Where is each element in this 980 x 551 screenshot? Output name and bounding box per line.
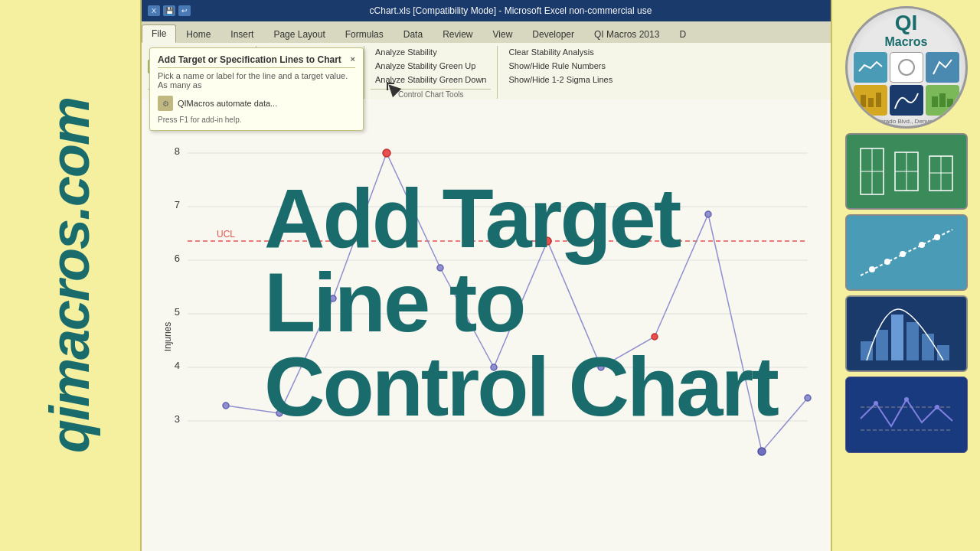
- svg-point-58: [904, 397, 909, 402]
- svg-point-19: [437, 265, 443, 271]
- tooltip-help-text: Press F1 for add-in help.: [158, 116, 355, 124]
- qi-address: 2696 S. Colorado Blvd., Denver CO 80222: [848, 118, 964, 125]
- svg-rect-32: [939, 93, 946, 107]
- svg-rect-49: [861, 341, 873, 360]
- qi-cell-5: [890, 85, 923, 116]
- undo-icon[interactable]: ↩: [178, 5, 191, 16]
- show-hide-sigma-lines-button[interactable]: Show/Hide 1-2 Sigma Lines: [504, 73, 617, 86]
- show-hide-rule-numbers-button[interactable]: Show/Hide Rule Numbers: [504, 60, 617, 72]
- svg-rect-53: [922, 334, 934, 360]
- tab-data[interactable]: Data: [394, 24, 433, 43]
- svg-rect-31: [932, 96, 938, 107]
- svg-rect-28: [861, 95, 866, 107]
- svg-text:5: 5: [175, 306, 180, 318]
- tooltip-item-label: QIMacros automate data...: [178, 99, 277, 108]
- svg-text:3: 3: [175, 413, 180, 425]
- right-panel: QI Macros 2696 S. Colorado Blvd., Denver…: [831, 0, 980, 551]
- scatter-plot-card[interactable]: [845, 214, 968, 291]
- analyze-stability-green-down-button[interactable]: Analyze Stability Green Down: [371, 73, 492, 86]
- svg-point-18: [383, 149, 390, 157]
- svg-rect-33: [947, 99, 953, 107]
- qi-cell-3: [926, 52, 959, 83]
- control-chart-card[interactable]: [845, 133, 968, 210]
- svg-point-47: [919, 242, 925, 248]
- svg-point-45: [884, 259, 890, 265]
- tab-d[interactable]: D: [669, 24, 696, 43]
- brand-text: qimacros.com: [39, 98, 102, 453]
- tab-developer[interactable]: Developer: [522, 24, 584, 43]
- tab-home[interactable]: Home: [176, 24, 220, 43]
- svg-point-25: [758, 448, 766, 455]
- svg-point-16: [276, 410, 283, 416]
- tab-file[interactable]: File: [142, 24, 176, 43]
- tab-review[interactable]: Review: [433, 24, 482, 43]
- tab-formulas[interactable]: Formulas: [335, 24, 394, 43]
- control-chart-buttons-2: Analyze Stability Analyze Stability Gree…: [371, 46, 492, 87]
- svg-point-22: [598, 364, 604, 370]
- qi-logo-text: QI: [895, 11, 918, 35]
- svg-point-24: [705, 211, 711, 217]
- tooltip-body-text: Pick a name or label for the line and a …: [158, 71, 355, 90]
- svg-rect-51: [891, 315, 903, 360]
- qi-logo-macros: Macros: [884, 35, 927, 49]
- svg-point-59: [935, 405, 939, 409]
- chart-svg: 8 7 6 5 4 3 Injuries UCL: [165, 107, 823, 536]
- save-icon[interactable]: 💾: [163, 5, 175, 16]
- svg-point-48: [934, 234, 940, 240]
- clear-stability-analysis-button[interactable]: Clear Stability Analysis: [504, 46, 617, 58]
- svg-text:4: 4: [175, 360, 180, 371]
- svg-point-46: [900, 251, 906, 257]
- ribbon-tab-bar: File Home Insert Page Layout Formulas Da…: [142, 21, 831, 43]
- control-chart-buttons-3: Clear Stability Analysis Show/Hide Rule …: [504, 46, 617, 87]
- svg-text:Injuries: Injuries: [165, 322, 173, 352]
- chart-area: 8 7 6 5 4 3 Injuries UCL: [142, 99, 831, 551]
- svg-text:6: 6: [175, 253, 180, 264]
- svg-point-15: [223, 403, 229, 409]
- analyze-stability-button[interactable]: Analyze Stability: [371, 46, 492, 58]
- svg-point-17: [330, 295, 336, 302]
- qi-cell-6: [926, 85, 959, 116]
- svg-point-57: [874, 401, 878, 406]
- svg-point-23: [652, 334, 658, 340]
- svg-text:7: 7: [175, 199, 180, 210]
- svg-text:UCL: UCL: [217, 229, 235, 240]
- qi-cell-4: [854, 85, 887, 116]
- chart-svg-container: 8 7 6 5 4 3 Injuries UCL: [165, 107, 823, 536]
- tab-view[interactable]: View: [483, 24, 523, 43]
- left-banner: qimacros.com: [0, 0, 142, 551]
- qi-logo-grid: [854, 52, 959, 116]
- svg-rect-52: [906, 322, 919, 360]
- qi-logo: QI Macros 2696 S. Colorado Blvd., Denver…: [845, 6, 968, 129]
- scatter-plot-svg: [853, 222, 960, 283]
- analyze-stability-green-up-button[interactable]: Analyze Stability Green Up: [371, 60, 492, 72]
- wave-chart-card[interactable]: [845, 377, 968, 453]
- control-chart-tools-label: Control Chart Tools: [371, 89, 492, 99]
- ribbon-group-control-chart-3: Clear Stability Analysis Show/Hide Rule …: [498, 46, 623, 99]
- excel-main-area: X 💾 ↩ cChart.xls [Compatibility Mode] - …: [142, 0, 831, 551]
- tab-insert[interactable]: Insert: [220, 24, 263, 43]
- svg-rect-50: [876, 330, 888, 360]
- tab-qi-macros[interactable]: QI Macros 2013: [584, 24, 669, 43]
- qi-cell-1: [854, 52, 887, 83]
- svg-point-20: [491, 364, 497, 370]
- title-bar: X 💾 ↩ cChart.xls [Compatibility Mode] - …: [142, 0, 831, 21]
- excel-icon: X: [148, 5, 160, 16]
- svg-text:8: 8: [175, 145, 180, 157]
- ribbon-group-control-chart-2: Analyze Stability Analyze Stability Gree…: [364, 46, 498, 99]
- svg-point-26: [805, 395, 811, 401]
- tab-page-layout[interactable]: Page Layout: [263, 24, 335, 43]
- tooltip-close-button[interactable]: ×: [351, 54, 355, 65]
- histogram-svg: [853, 303, 960, 364]
- svg-rect-30: [876, 93, 881, 107]
- svg-point-27: [899, 60, 914, 75]
- title-bar-icons: X 💾 ↩: [148, 5, 191, 16]
- histogram-card[interactable]: [845, 295, 968, 372]
- wave-chart-svg: [853, 384, 960, 445]
- tooltip-item-icon: ⚙: [158, 96, 173, 111]
- control-chart-svg: [853, 141, 960, 202]
- svg-point-44: [869, 266, 875, 272]
- qi-cell-2: [890, 52, 923, 83]
- tooltip-dialog: Add Target or Specification Lines to Cha…: [149, 47, 364, 131]
- tooltip-title-text: Add Target or Specification Lines to Cha…: [158, 54, 341, 65]
- tooltip-title: Add Target or Specification Lines to Cha…: [158, 54, 355, 68]
